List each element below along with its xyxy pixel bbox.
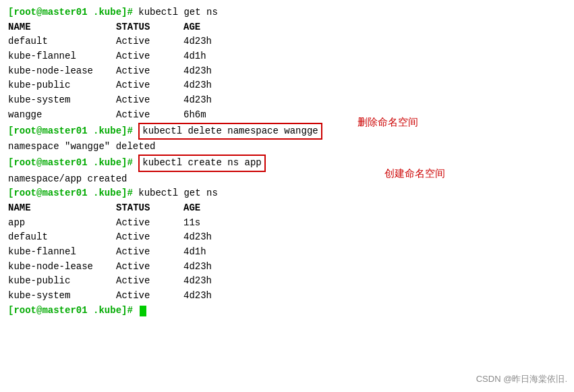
ns-row-app: appActive11s (8, 216, 566, 231)
create-output-text: namespace/app created (8, 172, 127, 187)
ns-row-node-lease1: kube-node-leaseActive4d23h (8, 64, 566, 79)
delete-output-text: namespace "wangge" deleted (8, 140, 155, 155)
line-create-output: namespace/app created (8, 172, 566, 187)
ns-row-wangge: wanggeActive6h6m (8, 108, 566, 123)
ns-row-system1: kube-systemActive4d23h (8, 93, 566, 108)
final-prompt: [root@master01 .kube]# (8, 304, 133, 318)
line-delete-output: namespace "wangge" deleted (8, 140, 566, 155)
cursor (140, 306, 146, 316)
ns-row-flannel2: kube-flannelActive4d1h (8, 245, 566, 260)
cmd-1: kubectl get ns (133, 5, 218, 20)
ns-row-public1: kube-publicActive4d23h (8, 78, 566, 93)
ns-row-system2: kube-systemActive4d23h (8, 289, 566, 304)
annotation-delete: 删除命名空间 (357, 116, 418, 129)
watermark: CSDN @昨日海棠依旧. (476, 373, 567, 385)
prompt-1: [root@master01 .kube]# (8, 5, 133, 20)
col-age-hdr1: AGE (183, 20, 237, 35)
ns-row-default1: defaultActive4d23h (8, 34, 566, 49)
prompt-create: [root@master01 .kube]# (8, 156, 133, 171)
line-final-prompt: [root@master01 .kube]# (8, 304, 566, 318)
prompt-delete: [root@master01 .kube]# (8, 124, 133, 139)
ns-row-default2: defaultActive4d23h (8, 230, 566, 245)
ns-row-node-lease2: kube-node-leaseActive4d23h (8, 260, 566, 275)
delete-cmd-boxed: kubectl delete namespace wangge (138, 123, 322, 140)
line-delete-cmd: [root@master01 .kube]# kubectl delete na… (8, 123, 566, 140)
create-cmd-boxed: kubectl create ns app (138, 155, 265, 172)
ns-row-flannel1: kube-flannelActive4d1h (8, 49, 566, 64)
line-header1: NAMESTATUSAGE (8, 20, 566, 35)
annotation-create: 创建命名空间 (384, 167, 445, 180)
line-1: [root@master01 .kube]# kubectl get ns (8, 5, 566, 20)
line-create-cmd: [root@master01 .kube]# kubectl create ns… (8, 155, 566, 172)
prompt-2nd: [root@master01 .kube]# (8, 186, 133, 201)
ns-row-public2: kube-publicActive4d23h (8, 274, 566, 289)
line-header2: NAMESTATUSAGE (8, 201, 566, 216)
col-status-hdr1: STATUS (116, 20, 183, 35)
col-name-hdr1: NAME (8, 20, 116, 35)
line-2nd-getns: [root@master01 .kube]# kubectl get ns (8, 186, 566, 201)
terminal: [root@master01 .kube]# kubectl get ns NA… (0, 0, 574, 392)
cmd-2nd: kubectl get ns (133, 186, 218, 201)
